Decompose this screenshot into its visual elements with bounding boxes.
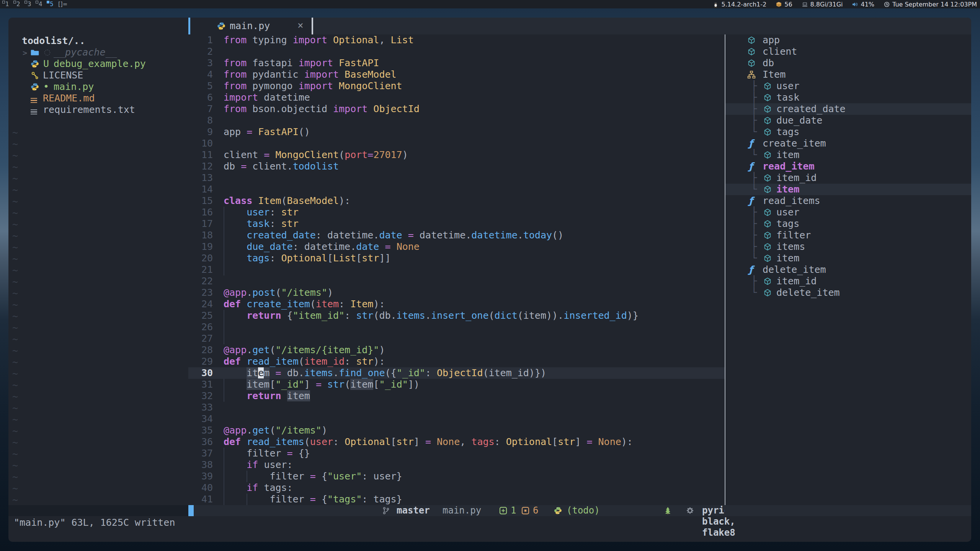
code-text: if tags: (224, 482, 293, 494)
code-line-19[interactable]: 19 due_date: datetime.date = None (188, 241, 725, 253)
tree-item-label: debug_example.py (54, 58, 146, 70)
diff-changed-count: 6 (533, 505, 538, 516)
close-icon[interactable]: × (297, 20, 304, 31)
chevron-right-icon[interactable]: > (23, 47, 27, 59)
line-number: 22 (188, 276, 213, 287)
outline-item-item_id[interactable]: ├item_id (725, 172, 971, 184)
code-line-41[interactable]: 41 filter = {"tags": tags} (188, 494, 725, 505)
code-line-39[interactable]: 39 filter = {"user": user} (188, 471, 725, 482)
outline-item-create_item[interactable]: ƒcreate_item (725, 138, 971, 149)
code-line-22[interactable]: 22 (188, 276, 725, 287)
code-line-10[interactable]: 10 (188, 138, 725, 149)
tilde-filler: ~ (12, 311, 24, 322)
layout-symbol[interactable]: []= (58, 1, 67, 8)
code-line-38[interactable]: 38 if user: (188, 459, 725, 471)
tree-item-LICENSE[interactable]: LICENSE (8, 70, 188, 81)
outline-item-tags[interactable]: ├tags (725, 218, 971, 230)
code-line-35[interactable]: 35@app.get("/items") (188, 425, 725, 436)
code-line-5[interactable]: 5from pymongo import MongoClient (188, 80, 725, 92)
workspace-5[interactable]: 5 (46, 0, 56, 8)
outline-item-client[interactable]: client (725, 46, 971, 57)
code-line-8[interactable]: 8 (188, 115, 725, 126)
tree-item-requirements.txt[interactable]: requirements.txt (8, 104, 188, 116)
code-line-32[interactable]: 32 return item (188, 390, 725, 402)
code-line-18[interactable]: 18 created_date: datetime.date = datetim… (188, 230, 725, 241)
outline-item-item[interactable]: └item (725, 149, 971, 161)
code-line-25[interactable]: 25 return {"item_id": str(db.items.inser… (188, 310, 725, 321)
code-line-26[interactable]: 26 (188, 321, 725, 333)
workspace-4[interactable]: 4 (35, 0, 45, 8)
indent-guide (224, 333, 224, 344)
outline-label: filter (776, 230, 811, 241)
outline-item-task[interactable]: ├task (725, 92, 971, 103)
tree-guide: └ (751, 149, 757, 161)
code-line-3[interactable]: 3from fastapi import FastAPI (188, 57, 725, 69)
outline-item-user[interactable]: ├user (725, 207, 971, 218)
workspace-3[interactable]: 3 (24, 0, 34, 8)
code-line-4[interactable]: 4from pydantic import BaseModel (188, 69, 725, 80)
status-segment: 5.14.2-arch1-2 (712, 1, 766, 8)
outline-label: tags (776, 126, 799, 138)
code-line-29[interactable]: 29def read_item(item_id: str): (188, 356, 725, 367)
code-line-13[interactable]: 13 (188, 172, 725, 184)
code-line-16[interactable]: 16 user: str (188, 207, 725, 218)
outline-item-read_item[interactable]: ƒread_item (725, 161, 971, 172)
outline-label: delete_item (763, 264, 826, 276)
status-segment: 56 (776, 1, 792, 8)
line-number: 40 (188, 482, 213, 494)
code-line-14[interactable]: 14 (188, 184, 725, 195)
code-line-23[interactable]: 23@app.post("/items") (188, 287, 725, 298)
line-number: 19 (188, 241, 213, 253)
code-line-33[interactable]: 33 (188, 402, 725, 413)
outline-item-read_items[interactable]: ƒread_items (725, 195, 971, 207)
outline-item-delete_item[interactable]: ƒdelete_item (725, 264, 971, 276)
code-line-11[interactable]: 11client = MongoClient(port=27017) (188, 149, 725, 161)
code-line-36[interactable]: 36def read_items(user: Optional[str] = N… (188, 436, 725, 448)
code-line-1[interactable]: 1from typing import Optional, List (188, 34, 725, 46)
outline-label: item (776, 253, 799, 264)
outline-item-delete_item[interactable]: └delete_item (725, 287, 971, 298)
tree-item-main.py[interactable]: •main.py (8, 81, 188, 93)
code-line-24[interactable]: 24def create_item(item: Item): (188, 298, 725, 310)
line-number: 27 (188, 333, 213, 344)
code-line-20[interactable]: 20 tags: Optional[List[str]] (188, 253, 725, 264)
outline-item-item_id[interactable]: ├item_id (725, 276, 971, 287)
code-line-34[interactable]: 34 (188, 413, 725, 425)
code-line-31[interactable]: 31 item["_id"] = str(item["_id"]) (188, 379, 725, 390)
outline-item-app[interactable]: app (725, 34, 971, 46)
outline-item-filter[interactable]: ├filter (725, 230, 971, 241)
outline-item-db[interactable]: db (725, 57, 971, 69)
desktop: 12345 []= 5.14.2-arch1-2568.8Gi/31Gi41%T… (0, 0, 980, 551)
variable-cube-icon (763, 174, 772, 182)
outline-item-item[interactable]: └item (725, 184, 971, 195)
code-line-21[interactable]: 21 (188, 264, 725, 276)
outline-item-items[interactable]: ├items (725, 241, 971, 253)
code-line-17[interactable]: 17 task: str (188, 218, 725, 230)
code-text: from pydantic import BaseModel (224, 69, 397, 80)
code-line-40[interactable]: 40 if tags: (188, 482, 725, 494)
workspace-indicator (13, 1, 16, 3)
outline-item-created_date[interactable]: ├created_date (725, 103, 971, 115)
workspace-1[interactable]: 1 (2, 0, 12, 8)
outline-item-tags[interactable]: └tags (725, 126, 971, 138)
code-line-28[interactable]: 28@app.get("/items/{item_id}") (188, 344, 725, 356)
code-line-37[interactable]: 37 filter = {} (188, 448, 725, 459)
tree-item-README.md[interactable]: README.md (8, 93, 188, 104)
code-line-7[interactable]: 7from bson.objectid import ObjectId (188, 103, 725, 115)
code-line-27[interactable]: 27 (188, 333, 725, 344)
outline-item-due_date[interactable]: ├due_date (725, 115, 971, 126)
tree-item-__pycache__[interactable]: >__pycache__ (8, 47, 188, 58)
workspace-2[interactable]: 2 (13, 0, 23, 8)
outline-item-user[interactable]: ├user (725, 80, 971, 92)
tree-item-debug_example.py[interactable]: Udebug_example.py (8, 58, 188, 70)
code-line-15[interactable]: 15class Item(BaseModel): (188, 195, 725, 207)
code-line-30[interactable]: 30 item = db.items.find_one({"_id": Obje… (188, 367, 725, 379)
tab-main-py[interactable]: main.py × (188, 18, 311, 34)
outline-item-Item[interactable]: Item (725, 69, 971, 80)
outline-label: tags (776, 218, 799, 230)
code-line-6[interactable]: 6import datetime (188, 92, 725, 103)
outline-item-item[interactable]: └item (725, 253, 971, 264)
code-line-2[interactable]: 2 (188, 46, 725, 57)
code-line-9[interactable]: 9app = FastAPI() (188, 126, 725, 138)
code-line-12[interactable]: 12db = client.todolist (188, 161, 725, 172)
